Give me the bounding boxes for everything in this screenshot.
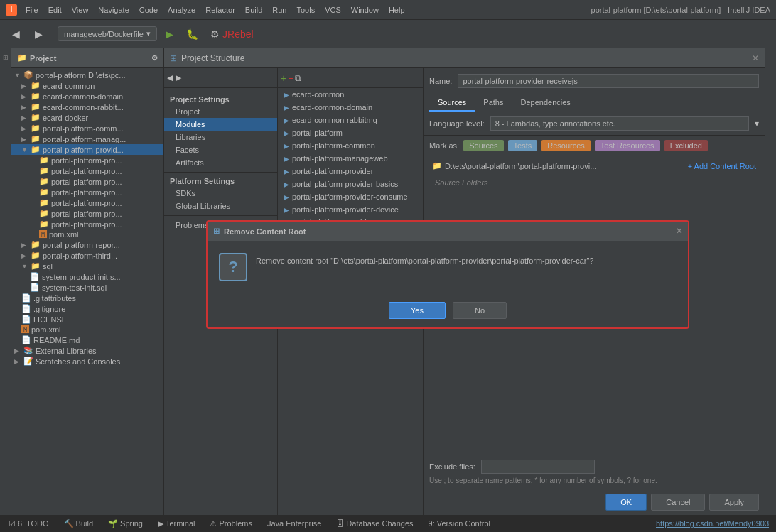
structure-icon[interactable]: ⊞: [3, 51, 9, 64]
remove-no-button[interactable]: No: [453, 302, 507, 319]
tree-item-scratches[interactable]: ▶ 📝 Scratches and Consoles: [11, 356, 163, 367]
tree-item-sql-product[interactable]: 📄 system-product-init.s...: [11, 271, 163, 282]
tree-item-pp-sub4[interactable]: 📁 portal-platform-pro...: [11, 187, 163, 197]
tree-item-pom1[interactable]: 🅼 pom.xml: [11, 229, 163, 239]
tree-item-pp-sub6[interactable]: 📁 portal-platform-pro...: [11, 208, 163, 219]
debug-btn[interactable]: 🐛: [183, 24, 203, 44]
menu-analyze[interactable]: Analyze: [163, 4, 200, 16]
menu-help[interactable]: Help: [384, 4, 409, 16]
menu-tools[interactable]: Tools: [292, 4, 319, 16]
branch-dropdown[interactable]: manageweb/Dockerfile ▾: [58, 26, 157, 41]
module-item-pp-consume[interactable]: ▶ portal-platform-provider-consume: [278, 190, 423, 203]
tab-paths[interactable]: Paths: [475, 94, 512, 112]
forward-btn[interactable]: ▶: [28, 24, 48, 44]
mark-sources-btn[interactable]: Sources: [463, 140, 503, 151]
menu-navigate[interactable]: Navigate: [94, 4, 133, 16]
remove-module-icon[interactable]: −: [288, 72, 293, 84]
ps-close-button[interactable]: ✕: [752, 53, 759, 63]
menu-code[interactable]: Code: [135, 4, 162, 16]
ps-nav-artifacts[interactable]: Artifacts: [164, 156, 277, 169]
module-item-pp-device[interactable]: ▶ portal-platform-provider-device: [278, 203, 423, 216]
project-settings-icon[interactable]: ⚙: [151, 54, 158, 62]
ps-lang-select[interactable]: [490, 116, 749, 131]
ps-name-input[interactable]: [458, 74, 759, 88]
remove-dialog-close-button[interactable]: ✕: [676, 227, 682, 236]
ps-nav-project[interactable]: Project: [164, 105, 277, 118]
tree-item-pp-sub7[interactable]: 📁 portal-platform-pro...: [11, 219, 163, 229]
ps-apply-button[interactable]: Apply: [709, 494, 759, 511]
copy-module-icon[interactable]: ⧉: [295, 73, 301, 83]
tab-terminal[interactable]: ▶ Terminal: [151, 517, 203, 531]
ps-nav-modules[interactable]: Modules: [164, 118, 277, 131]
tree-item-license[interactable]: 📄 LICENSE: [11, 314, 163, 325]
tree-item-gitattributes[interactable]: 📄 .gitattributes: [11, 293, 163, 303]
menu-run[interactable]: Run: [268, 4, 291, 16]
tree-item-ecard-docker[interactable]: ▶ 📁 ecard-docker: [11, 112, 163, 123]
menu-build[interactable]: Build: [241, 4, 266, 16]
module-item-portal[interactable]: ▶ portal-platform: [278, 126, 423, 139]
tree-item-pp-report[interactable]: ▶ 📁 portal-platform-repor...: [11, 239, 163, 250]
add-module-icon[interactable]: +: [281, 72, 286, 84]
module-item-pp-basics[interactable]: ▶ portal-platform-provider-basics: [278, 178, 423, 190]
menu-refactor[interactable]: Refactor: [201, 4, 239, 16]
tree-item-pp-comm[interactable]: ▶ 📁 portal-platform-comm...: [11, 123, 163, 134]
mark-test-resources-btn[interactable]: Test Resources: [595, 140, 660, 151]
run-btn[interactable]: ▶: [160, 24, 180, 44]
module-item-ecard-domain[interactable]: ▶ ecard-common-domain: [278, 101, 423, 114]
mark-resources-btn[interactable]: Resources: [541, 140, 591, 151]
tree-item-ecard-rabbit[interactable]: ▶ 📁 ecard-common-rabbit...: [11, 102, 163, 112]
mark-tests-btn[interactable]: Tests: [508, 140, 538, 151]
tab-build[interactable]: 🔨 Build: [57, 517, 100, 531]
rebel-btn[interactable]: JRebel: [228, 24, 248, 44]
tab-spring[interactable]: 🌱 Spring: [101, 517, 150, 531]
mark-excluded-btn[interactable]: Excluded: [664, 140, 708, 151]
status-url[interactable]: https://blog.csdn.net/Mendy0903: [650, 519, 775, 528]
ps-nav-back-icon[interactable]: ◀: [167, 73, 173, 82]
tree-item-pp-sub5[interactable]: 📁 portal-platform-pro...: [11, 197, 163, 208]
module-item-pp-common[interactable]: ▶ portal-platform-common: [278, 139, 423, 152]
ps-nav-sdks[interactable]: SDKs: [164, 187, 277, 200]
ps-nav-fwd-icon[interactable]: ▶: [176, 73, 181, 82]
module-item-ecard-rabbit[interactable]: ▶ ecard-common-rabbitmq: [278, 114, 423, 126]
tab-dependencies[interactable]: Dependencies: [512, 94, 579, 112]
tree-item-pom2[interactable]: 🅼 pom.xml: [11, 325, 163, 335]
tree-item-pp-sub1[interactable]: 📁 portal-platform-pro...: [11, 155, 163, 165]
tab-java-enterprise[interactable]: Java Enterprise: [260, 517, 328, 530]
menu-edit[interactable]: Edit: [44, 4, 66, 16]
tree-item-pp-third[interactable]: ▶ 📁 portal-platform-third...: [11, 250, 163, 261]
tab-sources[interactable]: Sources: [429, 94, 475, 112]
tree-item-ecard-common[interactable]: ▶ 📁 ecard-common: [11, 80, 163, 91]
tree-item-readme[interactable]: 📄 README.md: [11, 335, 163, 345]
ps-cancel-button[interactable]: Cancel: [651, 494, 705, 511]
tree-item-ext-libs[interactable]: ▶ 📚 External Libraries: [11, 345, 163, 356]
menu-file[interactable]: File: [21, 4, 43, 16]
tab-db-changes[interactable]: 🗄 Database Changes: [329, 517, 420, 530]
lang-dropdown-arrow[interactable]: ▾: [755, 119, 759, 129]
add-content-root-btn[interactable]: + Add Content Root: [688, 162, 756, 170]
tree-item-pp-manage[interactable]: ▶ 📁 portal-platform-manag...: [11, 134, 163, 144]
module-item-pp-provider[interactable]: ▶ portal-platform-provider: [278, 165, 423, 178]
tab-todo[interactable]: ☑ 6: TODO: [1, 517, 56, 531]
back-btn[interactable]: ◀: [6, 24, 26, 44]
tab-version-control[interactable]: 9: Version Control: [421, 517, 497, 530]
tree-item-sql-test[interactable]: 📄 system-test-init.sql: [11, 282, 163, 293]
remove-yes-button[interactable]: Yes: [389, 302, 446, 319]
menu-view[interactable]: View: [68, 4, 93, 16]
tree-item-pp-provid[interactable]: ▼ 📁 portal-platform-provid...: [11, 144, 163, 155]
menu-window[interactable]: Window: [347, 4, 383, 16]
tab-problems[interactable]: ⚠ Problems: [203, 517, 259, 531]
tree-item-root[interactable]: ▼ 📦 portal-platform D:\ets\pc...: [11, 70, 163, 80]
menu-vcs[interactable]: VCS: [320, 4, 345, 16]
tree-item-sql[interactable]: ▼ 📁 sql: [11, 261, 163, 271]
ps-exclude-input[interactable]: [481, 460, 595, 474]
tree-item-pp-sub2[interactable]: 📁 portal-platform-pro...: [11, 165, 163, 176]
module-item-pp-manage[interactable]: ▶ portal-platform-manageweb: [278, 152, 423, 165]
ps-nav-libraries[interactable]: Libraries: [164, 131, 277, 143]
tree-item-gitignore[interactable]: 📄 .gitignore: [11, 303, 163, 314]
ps-nav-global-libs[interactable]: Global Libraries: [164, 200, 277, 212]
ps-ok-button[interactable]: OK: [605, 494, 647, 511]
module-item-ecard-common[interactable]: ▶ ecard-common: [278, 88, 423, 101]
tree-item-pp-sub3[interactable]: 📁 portal-platform-pro...: [11, 176, 163, 187]
tree-item-ecard-domain[interactable]: ▶ 📁 ecard-common-domain: [11, 91, 163, 102]
ps-nav-facets[interactable]: Facets: [164, 143, 277, 156]
